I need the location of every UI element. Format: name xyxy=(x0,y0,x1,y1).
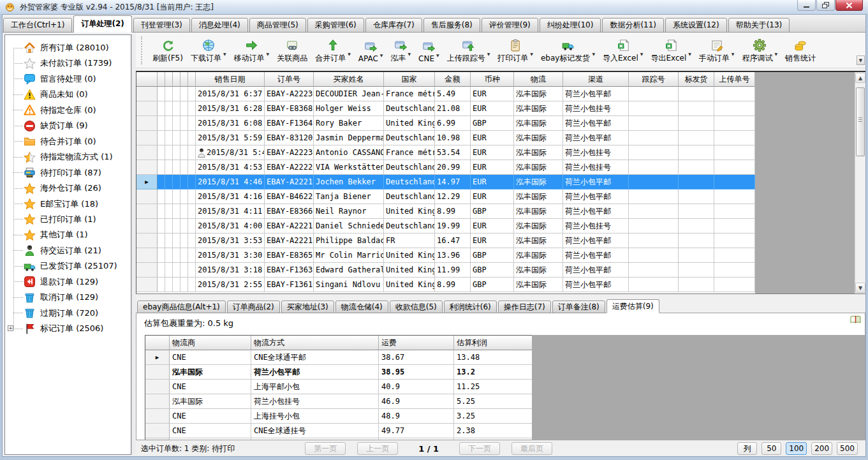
column-header-标发货[interactable]: 标发货 xyxy=(679,72,714,87)
column-header-上传单号[interactable]: 上传单号 xyxy=(714,72,755,87)
toolbar-button-手动订单[interactable]: 手动订单▼ xyxy=(695,35,739,65)
tab-12[interactable]: 系统设置(12) xyxy=(665,18,727,33)
detail-tab-5[interactable]: 收款信息(5) xyxy=(390,300,443,313)
toolbar-button-移动订单[interactable]: 移动订单▼ xyxy=(230,35,274,65)
detail-tab-7[interactable]: 操作日志(7) xyxy=(498,300,551,313)
table-row[interactable]: 2015/8/31 5:59EBAY-83120...Jasmin Depper… xyxy=(136,131,755,145)
row-selector-cell[interactable] xyxy=(136,278,158,292)
freight-row[interactable]: CNE上海平邮小包40.911.25 xyxy=(145,380,532,394)
toolbar-button-刷新(F5)[interactable]: 刷新(F5) xyxy=(149,35,187,65)
column-header-金额[interactable]: 金额 xyxy=(435,72,471,87)
table-row[interactable]: 2015/8/31 3:30EBAY-E8365Mr Colin Marriot… xyxy=(136,248,755,263)
toolbar-button-CNE[interactable]: CNE▼ xyxy=(415,36,443,64)
sidebar-item-12[interactable]: 已打印订单 (1) xyxy=(5,212,131,227)
freight-row[interactable]: CNECNE全球通挂号49.772.38 xyxy=(145,424,532,438)
prev-page-button[interactable]: 上一页 xyxy=(357,442,398,455)
sidebar-item-18[interactable]: 过期订单 (720) xyxy=(5,306,131,321)
table-row[interactable]: 2015/8/31 2:55EBAY-F1361Singani NdlovuUn… xyxy=(136,278,755,292)
row-selector-cell[interactable] xyxy=(136,248,158,263)
sidebar-item-15[interactable]: 已发货订单 (25107) xyxy=(5,258,131,274)
chevron-down-icon[interactable]: ▼ xyxy=(436,53,439,57)
chevron-down-icon[interactable]: ▼ xyxy=(348,52,351,56)
toolbar-button-打印订单[interactable]: 打印订单▼ xyxy=(494,35,537,65)
chevron-down-icon[interactable]: ▼ xyxy=(592,52,595,56)
page-size-100[interactable]: 100 xyxy=(786,442,807,455)
chevron-down-icon[interactable]: ▼ xyxy=(774,52,777,56)
freight-row-selector[interactable] xyxy=(145,409,170,424)
scroll-down-arrow[interactable]: ▼ xyxy=(855,283,865,293)
freight-row-selector[interactable] xyxy=(145,365,170,380)
row-selector-cell[interactable] xyxy=(136,263,158,278)
column-header-国家[interactable]: 国家 xyxy=(384,72,435,87)
sidebar-item-5[interactable]: 待指定仓库 (0) xyxy=(5,103,131,118)
toolbar-button-导入Excel[interactable]: 导入Excel▼ xyxy=(599,35,647,65)
detail-tab-6[interactable]: 利润统计(6) xyxy=(444,300,497,313)
column-header-渠道[interactable]: 渠道 xyxy=(563,72,629,87)
table-row[interactable]: 2015/8/31 4:16EBAY-B4622Tanja BienerDeut… xyxy=(136,189,755,204)
sidebar-item-17[interactable]: 取消订单 (129) xyxy=(5,290,131,305)
row-selector-cell[interactable]: ▶ xyxy=(136,175,158,189)
tab-11[interactable]: 数据分析(11) xyxy=(602,18,664,33)
close-button[interactable] xyxy=(835,0,863,11)
table-row[interactable]: 2015/8/31 4:53EBAY-A22220VIA Werkstätten… xyxy=(136,160,755,175)
tab-3[interactable]: 刊登管理(3) xyxy=(133,18,190,33)
tab-4[interactable]: 消息处理(4) xyxy=(191,18,248,33)
toolbar-overflow-button[interactable]: ▼ xyxy=(857,56,865,65)
row-selector-cell[interactable] xyxy=(136,204,158,219)
minimize-button[interactable] xyxy=(797,0,816,11)
row-selector-cell[interactable] xyxy=(136,189,158,204)
freight-column-header-估算利润[interactable]: 估算利润 xyxy=(454,336,533,350)
table-row[interactable]: 2015/8/31 3:53EBAY-A22217Philippe Baldac… xyxy=(136,234,755,248)
freight-row-selector[interactable] xyxy=(145,380,170,394)
page-size-200[interactable]: 200 xyxy=(811,442,832,455)
toolbar-button-导出Excel[interactable]: 导出Excel▼ xyxy=(647,35,695,65)
toolbar-button-销售统计[interactable]: 销售统计 xyxy=(781,35,820,65)
detail-tab-9[interactable]: 运费估算(9) xyxy=(607,299,659,313)
freight-row[interactable]: ▶CNECNE全球通平邮38.6713.48 xyxy=(145,350,532,365)
tab-7[interactable]: 仓库库存(7) xyxy=(365,18,422,33)
toolbar-button-关联商品[interactable]: 关联商品 xyxy=(273,35,311,65)
row-selector-cell[interactable] xyxy=(136,145,158,160)
sidebar-item-14[interactable]: 待交运订单 (21) xyxy=(5,243,131,258)
toolbar-button-ebay标记发货[interactable]: ebay标记发货▼ xyxy=(537,35,599,65)
columns-button[interactable]: 列 xyxy=(737,442,757,455)
tab-1[interactable]: 工作台(Ctrl+1) xyxy=(3,18,72,33)
column-header-买家姓名[interactable]: 买家姓名 xyxy=(314,72,384,87)
freight-row-selector[interactable]: ▶ xyxy=(145,350,170,365)
chevron-down-icon[interactable]: ▼ xyxy=(223,52,226,56)
table-row[interactable]: 2015/8/31 6:08EBAY-F1364Rory BakerUnited… xyxy=(136,116,755,131)
sidebar-item-16[interactable]: 退款订单 (129) xyxy=(5,274,131,290)
column-header-物流[interactable]: 物流 xyxy=(514,72,563,87)
tab-2[interactable]: 订单处理(2) xyxy=(73,15,131,33)
toolbar-button-APAC[interactable]: APAC▼ xyxy=(355,36,387,64)
toolbar-button-泓丰[interactable]: 泓丰▼ xyxy=(386,35,415,65)
sidebar-item-19[interactable]: +标记订单 (2506) xyxy=(5,321,131,336)
page-size-50[interactable]: 50 xyxy=(761,442,781,455)
tab-9[interactable]: 评价管理(9) xyxy=(482,18,538,33)
tab-6[interactable]: 采购管理(6) xyxy=(307,18,364,33)
table-row[interactable]: 2015/8/31 6:37EBAY-A22236DECOUDIER Jean-… xyxy=(136,87,755,101)
detail-tab-2[interactable]: 订单商品(2) xyxy=(227,300,280,313)
chevron-down-icon[interactable]: ▼ xyxy=(688,52,691,56)
freight-row[interactable]: CNE上海挂号小包48.93.25 xyxy=(145,409,532,424)
vertical-scrollbar[interactable]: ▲ ▼ xyxy=(855,72,865,293)
tree-expander-icon[interactable]: + xyxy=(8,325,13,331)
detail-tab-4[interactable]: 物流仓储(4) xyxy=(335,300,388,313)
row-selector-cell[interactable] xyxy=(136,131,158,145)
table-row[interactable]: ▶2015/8/31 4:46EBAY-A22219Jochen BekkerD… xyxy=(136,175,755,189)
freight-column-header-物流商[interactable]: 物流商 xyxy=(170,336,251,350)
detail-tab-3[interactable]: 买家地址(3) xyxy=(281,300,334,313)
chevron-down-icon[interactable]: ▼ xyxy=(267,52,270,56)
detail-tab-8[interactable]: 订单备注(8) xyxy=(552,300,605,313)
freight-row-selector[interactable] xyxy=(145,424,170,438)
sidebar-item-6[interactable]: 缺货订单 (9) xyxy=(5,118,131,133)
freight-row[interactable]: 泓丰国际荷兰小包平邮38.9513.2 xyxy=(145,365,532,380)
sidebar-item-10[interactable]: 海外仓订单 (26) xyxy=(5,181,131,196)
freight-column-header-运费[interactable]: 运费 xyxy=(379,336,454,350)
sidebar-item-7[interactable]: 待合并订单 (0) xyxy=(5,134,131,149)
last-page-button[interactable]: 最后页 xyxy=(511,442,552,455)
column-header-跟踪号[interactable]: 跟踪号 xyxy=(629,72,679,87)
row-selector-cell[interactable] xyxy=(136,101,158,116)
chevron-down-icon[interactable]: ▼ xyxy=(380,53,383,57)
column-header-订单号[interactable]: 订单号 xyxy=(265,72,314,87)
